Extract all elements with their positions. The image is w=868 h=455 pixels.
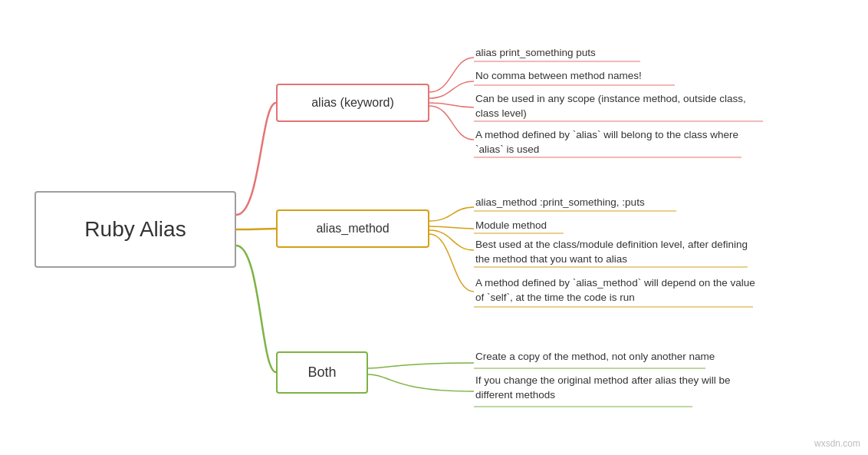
alias-keyword-leaf-4: A method defined by `alias` will belong … xyxy=(475,128,751,157)
both-node: Both xyxy=(276,351,368,394)
alias-keyword-leaf-1: alias print_something puts xyxy=(475,46,596,61)
alias-keyword-node: alias (keyword) xyxy=(276,84,429,122)
both-label: Both xyxy=(307,364,336,381)
alias-method-leaf-2: Module method xyxy=(475,219,547,233)
ruby-alias-label: Ruby Alias xyxy=(84,217,186,242)
ruby-alias-node: Ruby Alias xyxy=(35,191,236,268)
both-leaf-1: Create a copy of the method, not only an… xyxy=(475,350,715,364)
watermark: wxsdn.com xyxy=(814,438,860,449)
alias-method-node: alias_method xyxy=(276,209,429,248)
alias-method-leaf-1: alias_method :print_something, :puts xyxy=(475,196,645,210)
mind-map-canvas: Ruby Alias alias (keyword) alias_method … xyxy=(0,0,868,455)
alias-keyword-label: alias (keyword) xyxy=(311,96,394,110)
alias-method-leaf-4: A method defined by `alias_method` will … xyxy=(475,276,759,305)
alias-keyword-leaf-2: No comma between method names! xyxy=(475,69,642,84)
alias-keyword-leaf-3: Can be used in any scope (instance metho… xyxy=(475,92,763,121)
alias-method-label: alias_method xyxy=(316,222,389,236)
both-leaf-2: If you change the original method after … xyxy=(475,374,759,403)
alias-method-leaf-3: Best used at the class/module definition… xyxy=(475,238,759,267)
